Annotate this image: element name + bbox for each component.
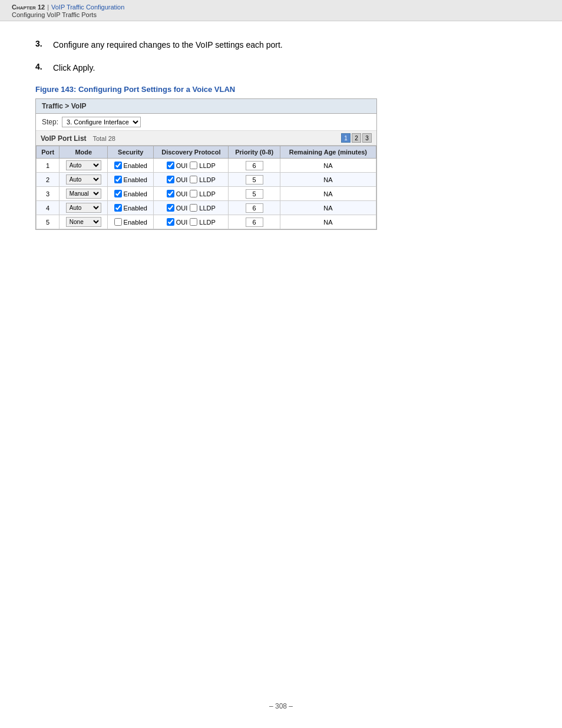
main-content: 3. Configure any required changes to the… — [0, 21, 562, 248]
mode-select[interactable]: Auto — [66, 203, 101, 213]
security-checkbox[interactable] — [114, 162, 122, 169]
mode-select[interactable]: Auto — [66, 160, 101, 170]
priority-input[interactable] — [246, 189, 263, 199]
col-header-remaining: Remaining Age (minutes) — [280, 146, 376, 159]
page-icon-2[interactable]: 2 — [352, 133, 361, 143]
security-checkbox[interactable] — [114, 204, 122, 212]
pagination-icons: 1 2 3 — [341, 133, 372, 143]
lldp-checkbox[interactable] — [190, 162, 197, 169]
step-3-number: 3. — [35, 39, 46, 48]
voip-list-title-area: VoIP Port List Total 28 — [41, 134, 115, 143]
col-header-discovery: Discovery Protocol — [154, 146, 229, 159]
priority-input[interactable] — [246, 218, 263, 227]
cell-mode: Manual — [59, 187, 108, 201]
col-header-mode: Mode — [59, 146, 108, 159]
page-icon-1[interactable]: 1 — [341, 133, 351, 143]
security-checkbox[interactable] — [114, 190, 122, 197]
table-row: 3Manual Enabled OUI LLDPNA — [37, 187, 376, 201]
oui-checkbox[interactable] — [167, 218, 174, 226]
subpage-title: Configuring VoIP Traffic Ports — [12, 11, 550, 18]
cell-port: 4 — [37, 201, 59, 215]
voip-list-header-row: VoIP Port List Total 28 1 2 3 — [36, 131, 376, 146]
security-checkbox[interactable] — [114, 176, 122, 183]
lldp-checkbox[interactable] — [190, 190, 197, 197]
cell-mode: Auto — [59, 201, 108, 215]
figure-caption: Figure 143: Configuring Port Settings fo… — [35, 85, 527, 94]
cell-remaining-age: NA — [280, 159, 376, 173]
oui-checkbox[interactable] — [167, 176, 174, 183]
col-header-security: Security — [108, 146, 154, 159]
cell-discovery: OUI LLDP — [154, 187, 229, 201]
mode-select[interactable]: Auto — [66, 174, 101, 185]
step-4-number: 4. — [35, 62, 46, 71]
cell-security: Enabled — [108, 187, 154, 201]
mode-select[interactable]: Manual — [66, 189, 101, 199]
cell-discovery: OUI LLDP — [154, 173, 229, 187]
panel-title: Traffic > VoIP — [36, 99, 376, 114]
cell-port: 1 — [37, 159, 59, 173]
lldp-checkbox[interactable] — [190, 218, 197, 226]
priority-input[interactable] — [246, 175, 263, 185]
mode-select[interactable]: None — [66, 217, 101, 227]
cell-remaining-age: NA — [280, 187, 376, 201]
step-3: 3. Configure any required changes to the… — [35, 39, 527, 51]
cell-remaining-age: NA — [280, 201, 376, 215]
chapter-title: VoIP Traffic Configuration — [51, 4, 124, 11]
oui-checkbox[interactable] — [167, 204, 174, 212]
table-row: 2Auto Enabled OUI LLDPNA — [37, 173, 376, 187]
lldp-checkbox[interactable] — [190, 204, 197, 212]
cell-remaining-age: NA — [280, 173, 376, 187]
header-bar: Chapter 12 | VoIP Traffic Configuration … — [0, 0, 562, 21]
voip-list-total: Total 28 — [92, 135, 115, 142]
cell-security: Enabled — [108, 215, 154, 229]
cell-discovery: OUI LLDP — [154, 215, 229, 229]
chapter-separator: | — [47, 4, 49, 11]
lldp-checkbox[interactable] — [190, 176, 197, 183]
chapter-label: Chapter 12 — [12, 4, 45, 11]
step-4: 4. Click Apply. — [35, 62, 527, 74]
step-dropdown[interactable]: 3. Configure Interface — [62, 117, 141, 127]
col-header-port: Port — [37, 146, 59, 159]
security-checkbox[interactable] — [114, 218, 122, 226]
cell-security: Enabled — [108, 159, 154, 173]
footer: – 308 – — [0, 702, 562, 710]
oui-checkbox[interactable] — [167, 162, 174, 169]
cell-mode: None — [59, 215, 108, 229]
voip-data-table: Port Mode Security Discovery Protocol Pr… — [36, 146, 376, 229]
page-icon-3[interactable]: 3 — [362, 133, 372, 143]
table-row: 5None Enabled OUI LLDPNA — [37, 215, 376, 229]
page-number: – 308 – — [269, 702, 293, 710]
voip-table-container: Traffic > VoIP Step: 3. Configure Interf… — [35, 98, 377, 230]
cell-mode: Auto — [59, 159, 108, 173]
priority-input[interactable] — [246, 161, 263, 170]
cell-port: 5 — [37, 215, 59, 229]
table-row: 1Auto Enabled OUI LLDPNA — [37, 159, 376, 173]
cell-discovery: OUI LLDP — [154, 159, 229, 173]
col-header-priority: Priority (0-8) — [229, 146, 280, 159]
table-row: 4Auto Enabled OUI LLDPNA — [37, 201, 376, 215]
step-4-text: Click Apply. — [53, 62, 95, 74]
cell-priority — [229, 187, 280, 201]
oui-checkbox[interactable] — [167, 190, 174, 197]
cell-port: 3 — [37, 187, 59, 201]
cell-priority — [229, 215, 280, 229]
cell-remaining-age: NA — [280, 215, 376, 229]
priority-input[interactable] — [246, 203, 263, 213]
cell-mode: Auto — [59, 173, 108, 187]
cell-security: Enabled — [108, 201, 154, 215]
cell-port: 2 — [37, 173, 59, 187]
cell-discovery: OUI LLDP — [154, 201, 229, 215]
cell-priority — [229, 173, 280, 187]
cell-priority — [229, 201, 280, 215]
cell-priority — [229, 159, 280, 173]
step-3-text: Configure any required changes to the Vo… — [53, 39, 283, 51]
step-label: Step: — [42, 118, 58, 126]
voip-list-title: VoIP Port List — [41, 134, 87, 143]
cell-security: Enabled — [108, 173, 154, 187]
panel-step-row: Step: 3. Configure Interface — [36, 114, 376, 131]
